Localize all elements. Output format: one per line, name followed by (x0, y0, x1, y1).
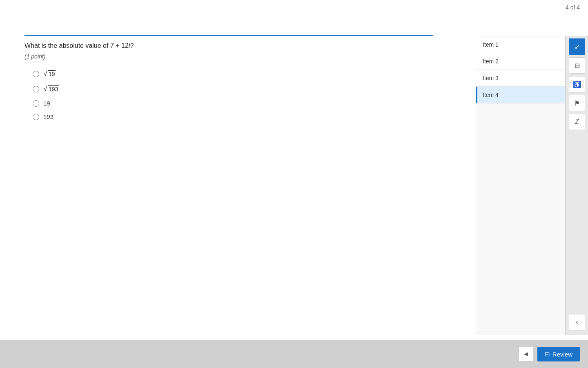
option-radio-1[interactable] (33, 71, 39, 77)
flag-button[interactable]: ⚑ (569, 95, 585, 111)
prev-arrow-icon: ◄ (523, 350, 529, 358)
sidebar-item-1[interactable]: Item 1 (476, 36, 565, 53)
options-list: √19 √193 19 193 (24, 70, 433, 120)
review-button[interactable]: ⊟ Review (537, 347, 580, 361)
option-item: √193 (33, 85, 433, 93)
option-radio-3[interactable] (33, 100, 39, 107)
option-radio-4[interactable] (33, 114, 39, 120)
strikethrough-button[interactable]: Z (569, 114, 585, 130)
option-label-3[interactable]: 19 (43, 100, 50, 107)
main-content: What is the absolute value of 7 + 12i? (… (24, 41, 433, 335)
accessibility-button[interactable]: ♿ (569, 76, 585, 92)
bottom-bar: ◄ ⊟ Review (0, 340, 588, 368)
review-icon: ⊟ (545, 350, 550, 358)
fullscreen-icon: ⤢ (575, 43, 580, 51)
points-text: (1 point) (24, 53, 433, 60)
option-radio-2[interactable] (33, 86, 39, 92)
collapse-button[interactable]: ‹ (569, 314, 585, 330)
accessibility-icon: ♿ (573, 81, 581, 88)
option-label-4[interactable]: 193 (43, 113, 53, 120)
prev-button[interactable]: ◄ (519, 347, 533, 361)
review-label: Review (552, 351, 572, 358)
strikethrough-icon: Z (575, 118, 579, 126)
option-label-2[interactable]: √193 (43, 85, 59, 93)
question-text: What is the absolute value of 7 + 12i? (24, 41, 433, 51)
chevron-left-icon: ‹ (576, 319, 578, 326)
sidebar: Item 1 Item 2 Item 3 Item 4 (476, 36, 566, 335)
fullscreen-button[interactable]: ⤢ (569, 38, 585, 55)
sidebar-item-4[interactable]: Item 4 (476, 87, 565, 103)
option-item: 193 (33, 113, 433, 120)
sidebar-item-3[interactable]: Item 3 (476, 70, 565, 87)
flag-icon: ⚑ (574, 99, 580, 107)
sidebar-item-2[interactable]: Item 2 (476, 53, 565, 70)
option-label-1[interactable]: √19 (43, 70, 56, 78)
table-icon: ⊟ (575, 62, 580, 70)
tool-panel: ⤢ ⊟ ♿ ⚑ Z ‹ (566, 36, 588, 335)
progress-indicator: 4 of 4 (557, 0, 588, 15)
option-item: √19 (33, 70, 433, 78)
blue-divider (24, 35, 433, 36)
table-button[interactable]: ⊟ (569, 57, 585, 74)
option-item: 19 (33, 100, 433, 107)
